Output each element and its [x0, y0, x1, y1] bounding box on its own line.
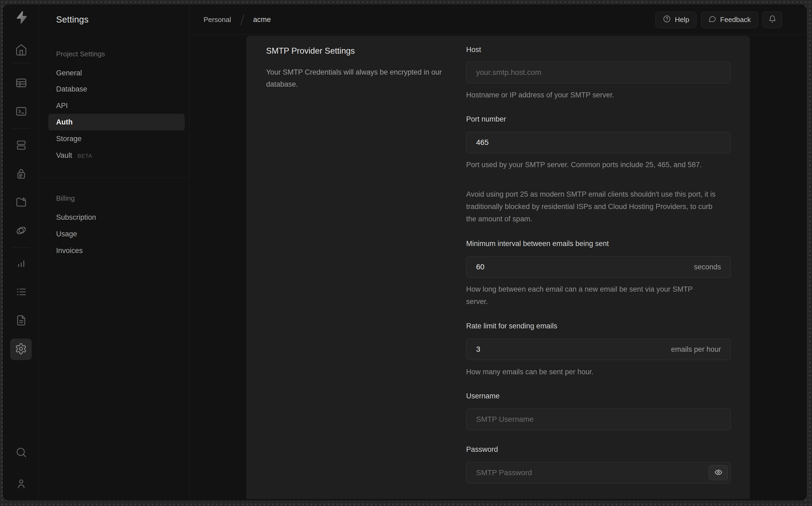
rate-limit-label: Rate limit for sending emails	[466, 322, 557, 330]
min-interval-field: seconds	[466, 256, 731, 278]
help-circle-icon	[663, 15, 671, 25]
rate-limit-input[interactable]	[466, 339, 731, 360]
rail-item-search[interactable]	[12, 444, 30, 462]
sidebar-item-storage[interactable]: Storage	[48, 131, 185, 147]
topbar-actions: Help Feedback	[655, 11, 782, 28]
breadcrumb: Personal acme	[204, 14, 271, 25]
sidebar-title: Settings	[56, 14, 89, 25]
sidebar-divider	[39, 178, 189, 178]
port-field	[466, 132, 731, 153]
help-button-label: Help	[675, 15, 689, 24]
sidebar-item-subscription[interactable]: Subscription	[48, 209, 185, 226]
rail-divider	[12, 128, 30, 129]
port-helper: Port used by your SMTP server. Common po…	[466, 159, 708, 171]
rail-item-table-editor[interactable]	[12, 75, 30, 92]
host-label: Host	[466, 46, 481, 54]
list-icon	[15, 286, 27, 299]
database-icon	[15, 139, 27, 152]
sidebar-item-database[interactable]: Database	[48, 81, 185, 97]
feedback-button-label: Feedback	[720, 15, 751, 24]
bar-chart-icon	[15, 257, 27, 271]
port-label: Port number	[466, 115, 506, 123]
breadcrumb-org[interactable]: Personal	[204, 15, 231, 24]
min-interval-input[interactable]	[466, 256, 731, 278]
icon-rail	[3, 5, 39, 500]
search-icon	[15, 446, 27, 459]
sidebar-item-invoices[interactable]: Invoices	[48, 242, 185, 259]
panel-title: SMTP Provider Settings	[266, 46, 355, 56]
min-interval-label: Minimum interval between emails being se…	[466, 240, 609, 248]
password-label: Password	[466, 445, 498, 454]
panel-description: Your SMTP Credentials will always be enc…	[266, 66, 449, 90]
rail-item-database[interactable]	[12, 137, 30, 155]
rail-item-reports[interactable]	[12, 255, 30, 273]
port-helper-2: Avoid using port 25 as modern SMTP email…	[466, 188, 719, 225]
host-helper: Hostname or IP address of your SMTP serv…	[466, 89, 708, 101]
breadcrumb-project[interactable]: acme	[253, 15, 271, 24]
host-field	[466, 62, 731, 83]
app-window: Settings Project Settings General Databa…	[3, 5, 806, 500]
eye-icon	[714, 468, 723, 477]
sidebar-item-vault[interactable]: VaultBETA	[48, 147, 185, 164]
terminal-icon	[15, 105, 27, 118]
file-text-icon	[15, 314, 27, 328]
settings-sidebar: Settings Project Settings General Databa…	[39, 5, 189, 500]
gear-icon	[15, 343, 27, 356]
bell-icon	[768, 15, 777, 25]
rail-item-project-settings[interactable]	[10, 339, 32, 360]
rail-divider	[12, 247, 30, 248]
smtp-settings-panel: SMTP Provider Settings Your SMTP Credent…	[246, 36, 750, 499]
password-field	[466, 462, 731, 484]
sidebar-item-api[interactable]: API	[48, 97, 185, 114]
sidebar-item-general[interactable]: General	[48, 65, 185, 81]
rail-divider	[12, 63, 30, 63]
reveal-password-button[interactable]	[709, 465, 728, 480]
password-input[interactable]	[466, 462, 731, 484]
section-header-project-settings: Project Settings	[56, 46, 105, 62]
rail-item-api-docs[interactable]	[12, 312, 30, 330]
port-input[interactable]	[466, 132, 731, 153]
rail-item-storage[interactable]	[12, 193, 30, 211]
home-icon	[15, 44, 27, 57]
orbit-icon	[15, 224, 27, 238]
beta-badge: BETA	[78, 153, 92, 159]
username-input[interactable]	[466, 409, 731, 430]
table-icon	[15, 77, 27, 90]
help-button[interactable]: Help	[655, 11, 696, 28]
supabase-logo[interactable]	[14, 10, 28, 24]
host-input[interactable]	[466, 62, 731, 83]
rail-item-home[interactable]	[12, 41, 30, 59]
user-icon	[15, 477, 27, 491]
rate-limit-helper: How many emails can be sent per hour.	[466, 366, 708, 378]
rail-item-account[interactable]	[12, 475, 30, 493]
min-interval-helper: How long between each email can a new em…	[466, 283, 708, 308]
section-header-billing: Billing	[56, 190, 75, 206]
top-bar: Personal acme Help Feedback	[189, 5, 806, 35]
notifications-button[interactable]	[762, 11, 782, 28]
main-content: SMTP Provider Settings Your SMTP Credent…	[189, 35, 806, 500]
rail-item-edge-functions[interactable]	[12, 222, 30, 240]
folder-icon	[15, 195, 27, 209]
feedback-button[interactable]: Feedback	[701, 11, 758, 28]
feedback-bubble-icon	[708, 15, 717, 25]
rail-item-authentication[interactable]	[12, 166, 30, 183]
sidebar-item-auth[interactable]: Auth	[48, 114, 185, 131]
username-field	[466, 409, 731, 430]
rail-item-logs[interactable]	[12, 283, 30, 301]
username-label: Username	[466, 392, 500, 400]
lock-icon	[15, 168, 27, 181]
sidebar-item-label: Vault	[56, 151, 72, 159]
rail-item-sql-editor[interactable]	[12, 103, 30, 121]
rate-limit-field: emails per hour	[466, 339, 731, 360]
sidebar-item-usage[interactable]: Usage	[48, 226, 185, 242]
breadcrumb-separator	[240, 14, 244, 25]
